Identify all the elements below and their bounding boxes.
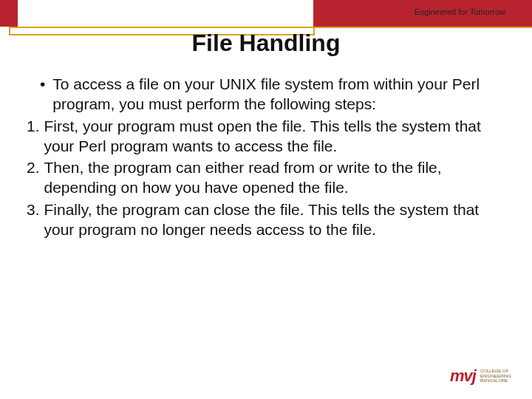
- logo-line1: College of: [480, 369, 511, 374]
- step-text: Finally, the program can close the file.…: [44, 200, 497, 240]
- step-text: First, your program must open the file. …: [44, 116, 497, 157]
- slide-title: File Handling: [0, 30, 532, 57]
- bullet-item: • To access a file on your UNIX file sys…: [27, 74, 497, 115]
- logo-line3: Bangalore: [480, 378, 511, 383]
- accent-line-top: [9, 27, 532, 28]
- step-number: 1.: [27, 116, 40, 157]
- logo-subtext: College of Engineering Bangalore: [480, 369, 511, 383]
- step-number: 2.: [27, 157, 40, 198]
- bullet-text: To access a file on your UNIX file syste…: [52, 74, 497, 115]
- step-item-3: 3. Finally, the program can close the fi…: [27, 200, 497, 240]
- logo-line2: Engineering: [480, 374, 511, 379]
- bullet-icon: •: [40, 74, 45, 115]
- footer-logo: mvj College of Engineering Bangalore: [450, 366, 511, 386]
- step-item-2: 2. Then, the program can either read fro…: [27, 157, 497, 198]
- step-number: 3.: [27, 200, 40, 240]
- step-text: Then, the program can either read from o…: [44, 157, 497, 198]
- step-item-1: 1. First, your program must open the fil…: [27, 116, 497, 157]
- logo-mark: mvj: [450, 366, 476, 386]
- slide-content: • To access a file on your UNIX file sys…: [27, 74, 497, 241]
- tagline-text: Engineered for Tomorrow: [415, 7, 505, 16]
